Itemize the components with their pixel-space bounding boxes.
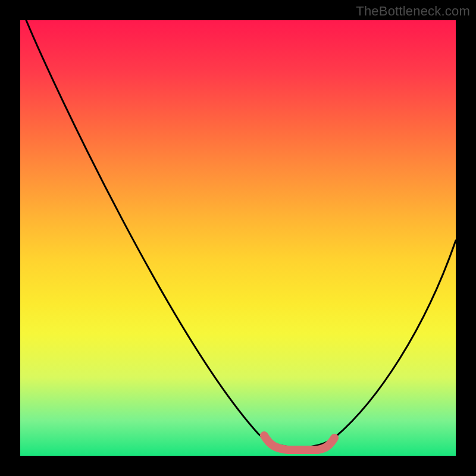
bottleneck-curve xyxy=(26,20,456,447)
watermark-text: TheBottleneck.com xyxy=(356,4,470,19)
curve-layer xyxy=(20,20,456,456)
chart-frame: TheBottleneck.com xyxy=(0,0,476,476)
plot-area xyxy=(20,20,456,456)
